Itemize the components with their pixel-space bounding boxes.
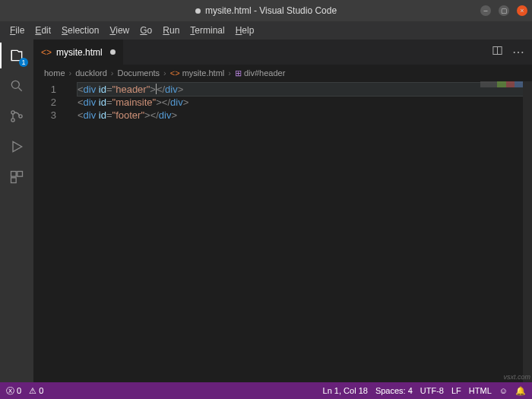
chevron-right-icon: › xyxy=(163,68,166,78)
maximize-button[interactable]: ▢ xyxy=(499,5,509,16)
status-bar: ⓧ0 ⚠0 Ln 1, Col 18 Spaces: 4 UTF-8 LF HT… xyxy=(0,382,532,399)
crumb-home[interactable]: home xyxy=(44,68,65,78)
menu-help[interactable]: Help xyxy=(230,24,260,37)
code-lines: <div id="header"></div> <div id="mainsit… xyxy=(78,83,532,122)
line-number: 1 xyxy=(33,83,71,96)
symbol-icon: ⊞ xyxy=(235,68,242,78)
code-line[interactable]: <div id="header"></div> xyxy=(78,83,532,96)
status-notifications-icon[interactable]: 🔔 xyxy=(515,386,526,396)
svg-point-2 xyxy=(11,119,14,122)
crumb-symbol[interactable]: ⊞div#header xyxy=(235,68,285,78)
error-icon: ⓧ xyxy=(6,385,14,397)
status-errors[interactable]: ⓧ0 xyxy=(6,385,21,397)
modified-dot-icon xyxy=(195,8,201,14)
main-area: 1 <> mysite.html ⋯ home› xyxy=(0,40,532,382)
menu-terminal[interactable]: Terminal xyxy=(185,24,230,37)
breadcrumbs[interactable]: home› ducklord› Documents› <>mysite.html… xyxy=(33,65,532,81)
explorer-badge: 1 xyxy=(19,58,28,67)
html-file-icon: <> xyxy=(41,47,52,58)
tab-modified-dot-icon xyxy=(110,49,116,55)
menu-view[interactable]: View xyxy=(104,24,135,37)
code-line[interactable]: <div id="mainsite"></div> xyxy=(78,96,532,109)
more-actions-icon[interactable]: ⋯ xyxy=(512,45,524,59)
status-cursor-position[interactable]: Ln 1, Col 18 xyxy=(323,386,368,395)
menu-selection[interactable]: Selection xyxy=(56,24,104,37)
minimap[interactable] xyxy=(480,81,523,87)
svg-rect-6 xyxy=(11,178,17,183)
line-number-gutter: 1 2 3 xyxy=(33,83,71,122)
crumb-file[interactable]: <>mysite.html xyxy=(170,68,224,78)
line-number: 2 xyxy=(33,96,71,109)
search-icon[interactable] xyxy=(7,76,27,96)
svg-rect-5 xyxy=(17,172,23,177)
status-eol[interactable]: LF xyxy=(451,386,461,395)
code-line[interactable]: <div id="footer"></div> xyxy=(78,109,532,122)
watermark: vsxt.com xyxy=(503,373,530,381)
title-text: mysite.html - Visual Studio Code xyxy=(205,5,337,16)
chevron-right-icon: › xyxy=(111,68,114,78)
status-encoding[interactable]: UTF-8 xyxy=(420,386,444,395)
menu-bar: File Edit Selection View Go Run Terminal… xyxy=(0,21,532,40)
menu-go[interactable]: Go xyxy=(135,24,157,37)
svg-point-0 xyxy=(11,81,19,88)
chevron-right-icon: › xyxy=(228,68,231,78)
warning-icon: ⚠ xyxy=(29,386,36,396)
status-warnings[interactable]: ⚠0 xyxy=(29,386,43,396)
tab-mysite[interactable]: <> mysite.html xyxy=(33,40,124,65)
svg-rect-4 xyxy=(11,172,17,177)
explorer-icon[interactable]: 1 xyxy=(7,46,27,65)
close-button[interactable]: × xyxy=(517,5,527,16)
menu-run[interactable]: Run xyxy=(157,24,185,37)
extensions-icon[interactable] xyxy=(7,167,27,187)
svg-point-1 xyxy=(11,111,14,114)
activity-bar: 1 xyxy=(0,40,33,382)
menu-file[interactable]: File xyxy=(5,24,30,37)
crumb-documents[interactable]: Documents xyxy=(117,68,160,78)
status-feedback-icon[interactable]: ☺ xyxy=(499,386,508,395)
source-control-icon[interactable] xyxy=(7,106,27,126)
tab-actions: ⋯ xyxy=(492,40,532,65)
crumb-ducklord[interactable]: ducklord xyxy=(75,68,107,78)
run-debug-icon[interactable] xyxy=(7,137,27,157)
window-title: mysite.html - Visual Studio Code xyxy=(195,5,337,16)
chevron-right-icon: › xyxy=(69,68,72,78)
line-number: 3 xyxy=(33,109,71,122)
tab-label: mysite.html xyxy=(56,47,103,58)
status-indentation[interactable]: Spaces: 4 xyxy=(375,386,413,395)
html-file-icon: <> xyxy=(170,68,180,78)
status-language[interactable]: HTML xyxy=(469,386,492,395)
menu-edit[interactable]: Edit xyxy=(30,24,56,37)
window-titlebar: mysite.html - Visual Studio Code – ▢ × xyxy=(0,0,532,21)
vertical-scrollbar[interactable] xyxy=(523,81,532,382)
window-controls: – ▢ × xyxy=(480,5,527,16)
code-editor[interactable]: 1 2 3 <div id="header"></div> <div id="m… xyxy=(33,81,532,382)
minimize-button[interactable]: – xyxy=(480,5,491,16)
editor-area: <> mysite.html ⋯ home› ducklord› Documen… xyxy=(33,40,532,382)
split-editor-icon[interactable] xyxy=(492,45,503,59)
tab-bar: <> mysite.html ⋯ xyxy=(33,40,532,65)
